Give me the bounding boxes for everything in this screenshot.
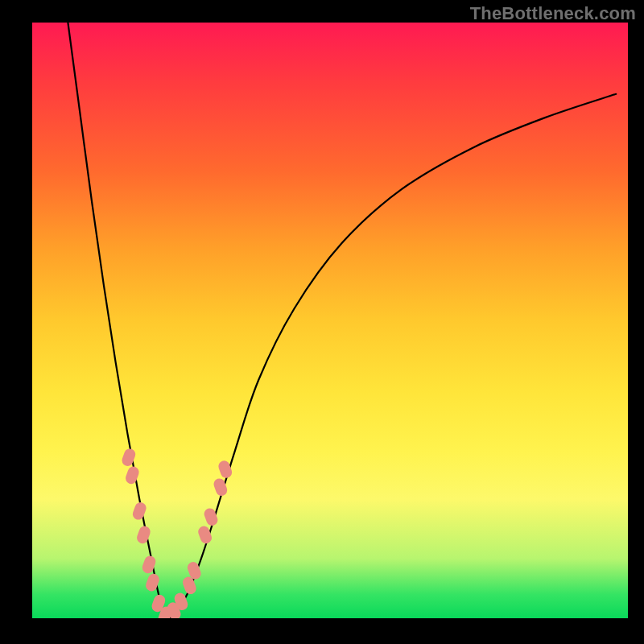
plot-area [32,23,628,618]
highlight-bead [135,525,152,545]
bottleneck-curve-path [68,23,616,618]
watermark-text: TheBottleneck.com [470,3,636,24]
curve-svg [32,23,628,618]
highlight-bead [124,465,141,485]
marker-group [121,447,234,618]
highlight-bead [131,501,148,521]
chart-frame: TheBottleneck.com [0,0,644,644]
highlight-bead [121,447,138,467]
